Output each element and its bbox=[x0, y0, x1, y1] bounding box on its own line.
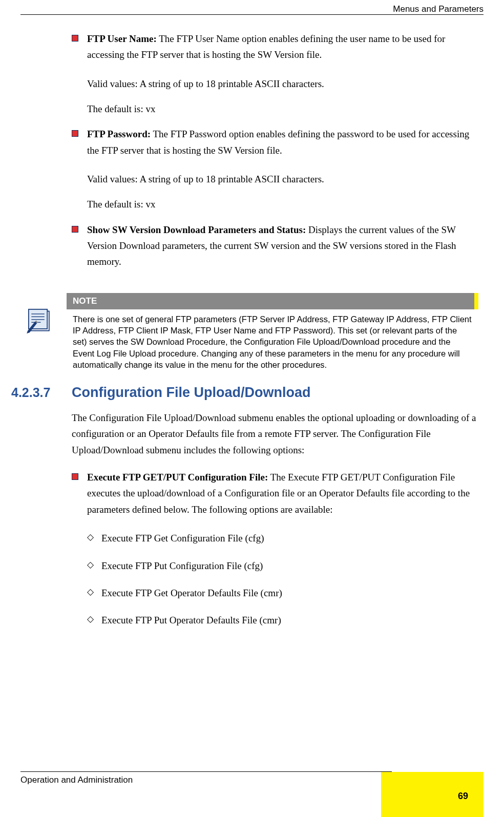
note-block: NOTE There is one set of general FTP par… bbox=[67, 293, 478, 370]
header-divider bbox=[20, 14, 484, 15]
valid-values-text: Valid values: A string of up to 18 print… bbox=[72, 76, 478, 92]
section-heading: 4.2.3.7 Configuration File Upload/Downlo… bbox=[11, 385, 478, 401]
option-put-cfg: Execute FTP Put Configuration File (cfg) bbox=[101, 558, 478, 574]
bullet-execute-ftp: Execute FTP GET/PUT Configuration File: … bbox=[72, 469, 478, 517]
default-value-text: The default is: vx bbox=[72, 196, 478, 212]
options-list: Execute FTP Get Configuration File (cfg)… bbox=[72, 530, 478, 628]
footer-text: Operation and Administration bbox=[20, 775, 133, 785]
bullet-ftp-user-name: FTP User Name: The FTP User Name option … bbox=[72, 31, 478, 63]
option-get-cmr: Execute FTP Get Operator Defaults File (… bbox=[101, 585, 478, 601]
bullet-title: Execute FTP GET/PUT Configuration File: bbox=[87, 472, 268, 483]
valid-values-text: Valid values: A string of up to 18 print… bbox=[72, 171, 478, 187]
default-value-text: The default is: vx bbox=[72, 101, 478, 117]
bullet-show-sw-version: Show SW Version Download Parameters and … bbox=[72, 222, 478, 270]
page-number: 69 bbox=[458, 791, 468, 802]
footer-accent bbox=[381, 772, 484, 817]
note-body: There is one set of general FTP paramete… bbox=[67, 309, 478, 370]
bullet-title: FTP Password: bbox=[87, 129, 151, 139]
header-chapter: Menus and Parameters bbox=[393, 4, 484, 14]
bullet-title: FTP User Name: bbox=[87, 33, 157, 44]
section-intro: The Configuration File Upload/Download s… bbox=[72, 410, 478, 458]
bullet-ftp-password: FTP Password: The FTP Password option en… bbox=[72, 126, 478, 158]
note-icon bbox=[27, 308, 55, 334]
svg-rect-1 bbox=[29, 309, 47, 329]
page-content: FTP User Name: The FTP User Name option … bbox=[72, 31, 478, 640]
section-number: 4.2.3.7 bbox=[11, 385, 72, 400]
option-put-cmr: Execute FTP Put Operator Defaults File (… bbox=[101, 612, 478, 628]
note-label: NOTE bbox=[67, 293, 478, 309]
section-title: Configuration File Upload/Download bbox=[72, 385, 310, 401]
option-get-cfg: Execute FTP Get Configuration File (cfg) bbox=[101, 530, 478, 546]
bullet-title: Show SW Version Download Parameters and … bbox=[87, 224, 306, 235]
footer-divider bbox=[20, 771, 392, 772]
